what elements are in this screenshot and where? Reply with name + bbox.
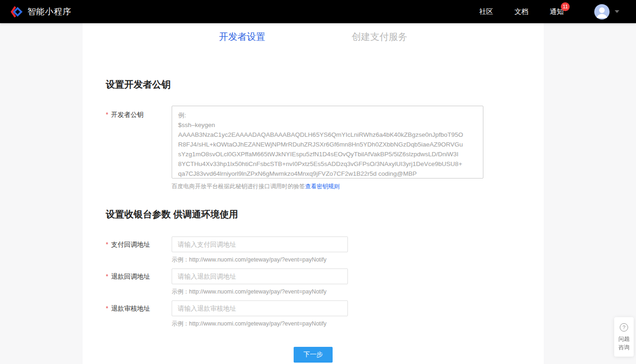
- pay-callback-control: 示例：http://www.nuomi.com/geteway/pay/?eve…: [172, 236, 348, 264]
- nav-item-notifications[interactable]: 通知11: [550, 7, 564, 16]
- refund-audit-label-text: 退款审核地址: [111, 305, 150, 312]
- refund-callback-label-text: 退款回调地址: [111, 273, 150, 280]
- refund-callback-input[interactable]: [172, 268, 348, 284]
- pubkey-section: 设置开发者公钥 *开发者公钥 百度电商开放平台根据此秘钥进行接口调用时的验签查看…: [83, 78, 544, 191]
- page-root: { "navbar": { "brand": "智能小程序", "items":…: [0, 0, 636, 364]
- question-circle-icon: ?: [620, 323, 628, 332]
- help-consult-widget[interactable]: ? 问题 咨询: [614, 317, 634, 357]
- pay-callback-hint: 示例：http://www.nuomi.com/geteway/pay/?eve…: [172, 256, 348, 264]
- refund-callback-control: 示例：http://www.nuomi.com/geteway/pay/?eve…: [172, 268, 348, 296]
- brand-name: 智能小程序: [27, 6, 71, 17]
- pay-callback-row: *支付回调地址 示例：http://www.nuomi.com/geteway/…: [83, 236, 544, 264]
- tab-create-payment-service[interactable]: 创建支付服务: [352, 30, 407, 43]
- refund-callback-label: *退款回调地址: [83, 268, 172, 296]
- pubkey-helper-text: 百度电商开放平台根据此秘钥进行接口调用时的验签: [172, 183, 305, 190]
- form-actions: 下一步: [83, 347, 544, 364]
- pay-callback-input[interactable]: [172, 236, 348, 252]
- help-widget-line2: 咨询: [614, 343, 634, 351]
- refund-audit-control: 示例：http://www.nuomi.com/geteway/pay/?eve…: [172, 300, 348, 328]
- required-asterisk: *: [106, 111, 108, 118]
- pubkey-field-label: *开发者公钥: [83, 106, 172, 179]
- pubkey-helper: 百度电商开放平台根据此秘钥进行接口调用时的验签查看密钥规则: [172, 183, 544, 191]
- cashier-section-heading: 设置收银台参数 供调通环境使用: [83, 208, 544, 221]
- avatar[interactable]: [594, 4, 610, 19]
- refund-audit-input[interactable]: [172, 300, 348, 316]
- navbar-links: 社区 文档 通知11: [479, 7, 564, 16]
- brand[interactable]: 智能小程序: [10, 6, 71, 18]
- required-asterisk: *: [106, 273, 108, 280]
- refund-callback-hint: 示例：http://www.nuomi.com/geteway/pay/?eve…: [172, 288, 348, 296]
- refund-audit-hint: 示例：http://www.nuomi.com/geteway/pay/?eve…: [172, 320, 348, 328]
- pay-callback-label-text: 支付回调地址: [111, 241, 150, 248]
- pubkey-label-text: 开发者公钥: [111, 111, 143, 118]
- brand-logo-icon: [10, 6, 23, 18]
- view-key-rules-link[interactable]: 查看密钥规则: [305, 183, 340, 190]
- tab-developer-settings[interactable]: 开发者设置: [219, 30, 265, 43]
- required-asterisk: *: [106, 241, 108, 248]
- refund-audit-label: *退款审核地址: [83, 300, 172, 328]
- nav-item-community[interactable]: 社区: [479, 7, 493, 16]
- content-card: 开发者设置 创建支付服务 设置开发者公钥 *开发者公钥 百度电商开放平台根据此秘…: [83, 23, 544, 364]
- notification-badge: 11: [561, 2, 570, 11]
- cashier-section: 设置收银台参数 供调通环境使用 *支付回调地址 示例：http://www.nu…: [83, 208, 544, 328]
- pay-callback-label: *支付回调地址: [83, 236, 172, 264]
- navbar: 智能小程序 社区 文档 通知11: [0, 0, 636, 23]
- user-icon: [594, 4, 610, 19]
- required-asterisk: *: [106, 305, 108, 312]
- pubkey-section-heading: 设置开发者公钥: [83, 78, 544, 91]
- next-step-button[interactable]: 下一步: [294, 347, 333, 363]
- developer-public-key-textarea[interactable]: [172, 106, 483, 179]
- step-tabs: 开发者设置 创建支付服务: [83, 23, 544, 43]
- chevron-down-icon[interactable]: [615, 10, 619, 13]
- refund-callback-row: *退款回调地址 示例：http://www.nuomi.com/geteway/…: [83, 268, 544, 296]
- pubkey-form-row: *开发者公钥: [83, 106, 544, 179]
- help-widget-line1: 问题: [614, 335, 634, 343]
- refund-audit-row: *退款审核地址 示例：http://www.nuomi.com/geteway/…: [83, 300, 544, 328]
- nav-item-docs[interactable]: 文档: [514, 7, 528, 16]
